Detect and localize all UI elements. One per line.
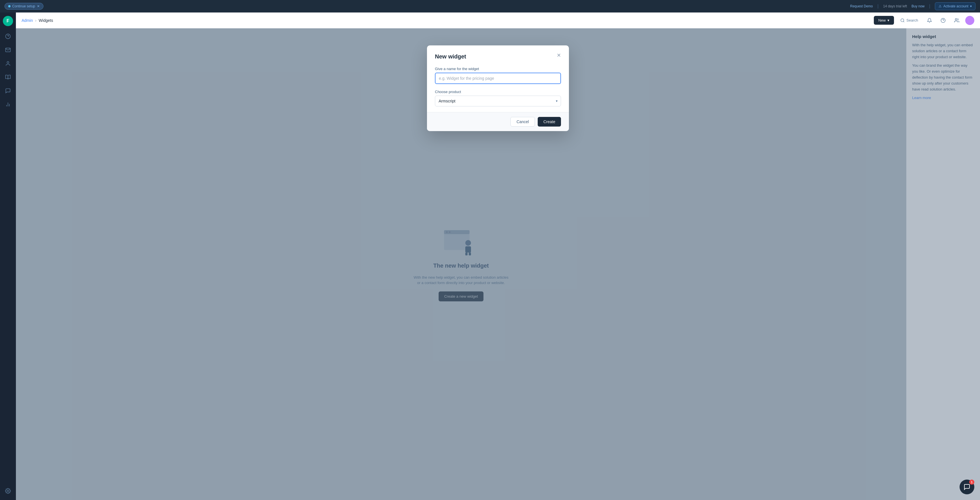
topbar-left: Continue setup ✕ [5,3,43,10]
trial-text: 14 days trial left [883,4,907,8]
content-area: Admin › Widgets New ▾ Search [16,13,980,500]
new-button[interactable]: New ▾ [874,16,894,25]
alert-icon: ⚠ [939,4,942,8]
sidebar-item-inbox[interactable] [2,44,14,56]
page-content: The new help widget With the new help wi… [16,29,980,500]
topbar: Continue setup ✕ Request Demo | 14 days … [0,0,980,13]
sidebar-logo[interactable]: F [3,16,13,26]
setup-dot [8,5,11,7]
search-label: Search [907,18,918,22]
chevron-down-icon: ▾ [888,18,889,22]
breadcrumb-admin[interactable]: Admin [22,18,33,23]
chevron-down-icon: ▾ [970,4,972,8]
sidebar-item-knowledge[interactable] [2,71,14,83]
modal-footer: Cancel Create [427,112,569,131]
agents-button[interactable] [951,15,962,25]
modal-title: New widget [435,53,561,60]
continue-setup-button[interactable]: Continue setup ✕ [5,3,43,10]
product-select-wrapper: Armscript ▾ [435,96,561,106]
sub-header: Admin › Widgets New ▾ Search [16,13,980,29]
sidebar: F [0,13,16,500]
buy-now-link[interactable]: Buy now [912,4,924,8]
svg-point-7 [901,19,904,22]
activate-account-button[interactable]: ⚠ Activate account ▾ [935,2,975,10]
sidebar-item-help[interactable] [2,31,14,42]
breadcrumb: Admin › Widgets [22,18,53,23]
modal-body: ✕ New widget Give a name for the widget … [427,45,569,112]
modal-overlay: ✕ New widget Give a name for the widget … [16,29,980,500]
continue-setup-label: Continue setup [12,4,35,8]
svg-point-11 [955,19,957,20]
users-icon [954,18,959,23]
cancel-button[interactable]: Cancel [511,117,535,127]
bell-icon [927,18,932,23]
search-icon [900,18,905,23]
chat-widget-badge[interactable]: 1 [959,479,974,494]
chat-icon [964,484,970,490]
request-demo-link[interactable]: Request Demo [850,4,873,8]
create-button[interactable]: Create [538,117,561,127]
activate-account-label: Activate account [943,4,968,8]
svg-line-8 [904,21,904,22]
sidebar-item-conversations[interactable] [2,85,14,97]
choose-product-label: Choose product [435,90,561,94]
breadcrumb-current: Widgets [38,18,53,23]
product-select[interactable]: Armscript [435,96,561,106]
new-widget-modal: ✕ New widget Give a name for the widget … [427,45,569,131]
header-actions: New ▾ Search [874,15,974,25]
svg-point-2 [7,62,9,63]
sidebar-item-settings[interactable] [2,485,14,497]
main-layout: F Admin › Widgets [0,13,980,500]
close-icon: ✕ [37,4,40,8]
svg-point-6 [7,490,9,492]
widget-name-input[interactable] [435,73,561,84]
help-button[interactable] [938,15,948,25]
notifications-button[interactable] [924,15,935,25]
chat-badge-count: 1 [969,479,974,485]
question-icon [940,18,946,23]
widget-name-label: Give a name for the widget [435,67,561,71]
topbar-right: Request Demo | 14 days trial left Buy no… [850,2,976,10]
sidebar-item-contacts[interactable] [2,58,14,69]
sidebar-item-reports[interactable] [2,99,14,110]
avatar[interactable] [965,16,974,25]
search-button[interactable]: Search [897,16,921,24]
modal-close-button[interactable]: ✕ [557,52,561,59]
new-label: New [878,18,886,22]
breadcrumb-separator: › [35,18,37,23]
